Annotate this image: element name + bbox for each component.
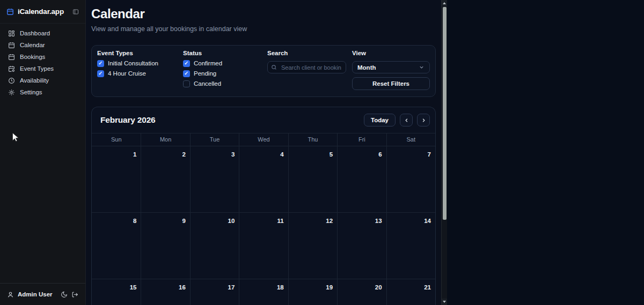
checkbox-pending[interactable]: Pending [183, 70, 267, 77]
day-cell[interactable]: 21 [386, 279, 435, 305]
day-cell[interactable]: 3 [190, 146, 239, 212]
calendar-header: February 2026 Today [92, 107, 435, 133]
search-label: Search [267, 50, 352, 57]
brand-name: iCalendar.app [18, 8, 64, 16]
checkbox-checked-icon[interactable] [97, 60, 104, 67]
prev-month-button[interactable] [400, 114, 413, 127]
view-select-value: Month [357, 64, 376, 71]
checkbox-label: Initial Consultation [108, 60, 158, 66]
view-label: View [352, 50, 430, 57]
vertical-scrollbar[interactable] [441, 0, 447, 305]
day-number: 10 [228, 218, 235, 224]
day-cell[interactable]: 7 [386, 146, 435, 212]
checkbox-cancelled[interactable]: Cancelled [183, 80, 267, 87]
day-number: 11 [277, 218, 284, 224]
day-number: 5 [330, 151, 333, 158]
calendar-week-row: 8 9 10 11 12 13 14 [92, 213, 435, 279]
calendar-month-title: February 2026 [100, 115, 156, 125]
checkbox-checked-icon[interactable] [97, 70, 104, 77]
day-cell[interactable]: 18 [239, 279, 288, 305]
sidebar-item-event-types[interactable]: Event Types [0, 63, 85, 75]
checkbox-confirmed[interactable]: Confirmed [183, 59, 267, 67]
chevron-left-icon [404, 117, 409, 123]
scroll-up-button[interactable] [442, 0, 447, 6]
arrow-up-icon [443, 2, 446, 4]
sidebar-item-availability[interactable]: Availability [0, 75, 85, 86]
day-number: 16 [179, 284, 186, 291]
sidebar-item-bookings[interactable]: Bookings [0, 51, 85, 63]
sidebar-item-label: Dashboard [20, 30, 50, 36]
day-cell[interactable]: 19 [288, 279, 337, 305]
gear-icon [8, 89, 15, 96]
day-cell[interactable]: 15 [92, 279, 141, 305]
page-subtitle: View and manage all your bookings in cal… [91, 25, 436, 33]
sidebar-footer: Admin User [0, 283, 85, 305]
checkbox-label: 4 Hour Cruise [108, 70, 146, 77]
day-cell[interactable]: 1 [92, 146, 141, 212]
checkbox-checked-icon[interactable] [183, 70, 190, 77]
chevron-right-icon [421, 117, 427, 123]
scrollbar-thumb[interactable] [443, 7, 447, 220]
day-number: 12 [326, 218, 333, 224]
status-label: Status [183, 50, 267, 57]
checkbox-unchecked-icon[interactable] [183, 80, 190, 87]
checkbox-4-hour-cruise[interactable]: 4 Hour Cruise [97, 70, 183, 77]
sidebar-item-calendar[interactable]: Calendar [0, 39, 85, 51]
day-number: 1 [133, 151, 136, 158]
day-cell[interactable]: 12 [288, 213, 337, 279]
reset-filters-button[interactable]: Reset Filters [352, 77, 430, 90]
day-cell[interactable]: 13 [337, 213, 386, 279]
filter-search: Search [267, 50, 352, 90]
day-cell[interactable]: 16 [141, 279, 189, 305]
filter-event-types: Event Types Initial Consultation 4 Hour … [97, 50, 183, 90]
filters-panel: Event Types Initial Consultation 4 Hour … [91, 45, 436, 97]
checkbox-initial-consultation[interactable]: Initial Consultation [97, 59, 183, 67]
weekday-label: Fri [337, 133, 386, 146]
day-cell[interactable]: 6 [337, 146, 386, 212]
day-cell[interactable]: 2 [141, 146, 189, 212]
checkbox-checked-icon[interactable] [183, 60, 190, 67]
checkbox-label: Pending [194, 70, 216, 77]
weekday-header-row: Sun Mon Tue Wed Thu Fri Sat [92, 133, 435, 146]
sidebar-nav: Dashboard Calendar Bookings Event Types … [0, 24, 85, 102]
sidebar-item-dashboard[interactable]: Dashboard [0, 27, 85, 39]
day-cell[interactable]: 14 [386, 213, 435, 279]
bookings-calendar-icon [8, 54, 15, 61]
sidebar-item-label: Event Types [20, 65, 54, 72]
calendar-icon [8, 42, 15, 49]
main-content: Calendar View and manage all your bookin… [86, 0, 441, 305]
next-month-button[interactable] [417, 114, 430, 127]
search-field-wrap [267, 61, 346, 73]
moon-icon [61, 291, 68, 298]
day-cell[interactable]: 10 [190, 213, 239, 279]
day-number: 13 [375, 218, 382, 224]
calendar-week-row: 15 16 17 18 19 20 21 [92, 279, 435, 305]
sidebar-item-settings[interactable]: Settings [0, 86, 85, 98]
day-cell[interactable]: 11 [239, 213, 288, 279]
day-number: 15 [130, 284, 137, 291]
sidebar-item-label: Availability [20, 77, 49, 84]
day-cell[interactable]: 8 [92, 213, 141, 279]
day-number: 17 [228, 284, 235, 291]
view-select[interactable]: Month [352, 61, 430, 73]
brand-calendar-icon [6, 8, 14, 16]
sidebar-item-label: Bookings [20, 54, 45, 60]
day-cell[interactable]: 17 [190, 279, 239, 305]
today-button[interactable]: Today [364, 114, 396, 127]
scroll-down-button[interactable] [442, 299, 447, 305]
user-icon [7, 291, 14, 298]
day-cell[interactable]: 4 [239, 146, 288, 212]
logout-button[interactable] [71, 291, 78, 298]
day-cell[interactable]: 9 [141, 213, 189, 279]
checkbox-label: Confirmed [194, 60, 222, 66]
search-input[interactable] [267, 61, 346, 73]
weekday-label: Wed [239, 133, 288, 146]
dashboard-icon [8, 30, 15, 37]
day-cell[interactable]: 20 [337, 279, 386, 305]
search-icon [271, 64, 277, 70]
checkbox-label: Cancelled [194, 80, 221, 87]
sidebar-collapse-icon[interactable] [72, 9, 79, 15]
day-cell[interactable]: 5 [288, 146, 337, 212]
theme-toggle-button[interactable] [61, 291, 68, 298]
day-number: 6 [378, 151, 382, 158]
